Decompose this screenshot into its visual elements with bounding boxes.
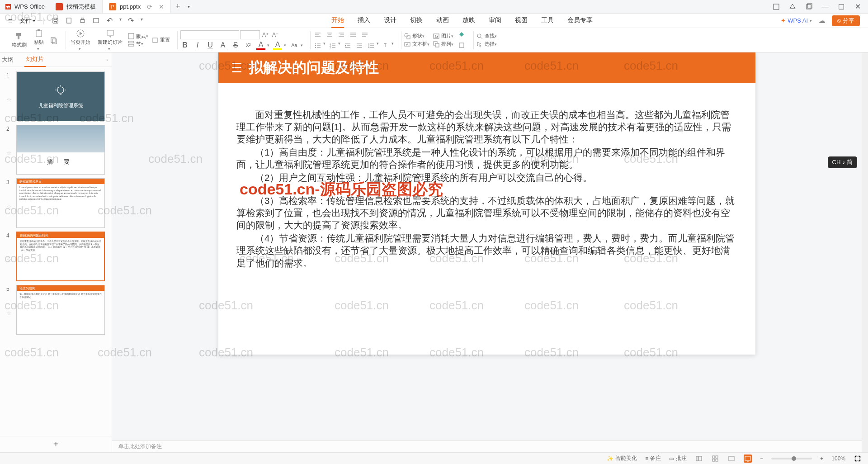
align-right-icon[interactable] bbox=[337, 30, 346, 39]
highlight-icon[interactable]: A bbox=[273, 41, 282, 50]
align-center-icon[interactable] bbox=[325, 30, 334, 39]
collapse-panel-icon[interactable]: ‹ bbox=[106, 56, 108, 63]
bold-icon[interactable]: B bbox=[180, 41, 189, 50]
tab-start[interactable]: 开始 bbox=[331, 14, 344, 28]
tab-slideshow[interactable]: 放映 bbox=[462, 14, 475, 28]
tab-design[interactable]: 设计 bbox=[384, 14, 396, 28]
maximize-button[interactable] bbox=[837, 3, 845, 11]
zoom-slider[interactable] bbox=[771, 458, 812, 459]
arrange-button[interactable]: 排列▾ bbox=[433, 41, 453, 47]
add-slide-button[interactable]: + bbox=[0, 436, 112, 452]
print-icon[interactable] bbox=[79, 17, 87, 25]
star-icon[interactable]: ☆ bbox=[6, 310, 12, 317]
tab-view[interactable]: 视图 bbox=[515, 14, 528, 28]
slide-canvas[interactable]: ☰ 拟解决的问题及特性 面对重复性机械性的工作，工作人员不可避免的会出现失误，而… bbox=[218, 52, 755, 355]
paste-button[interactable]: 粘贴▾ bbox=[32, 28, 46, 52]
italic-icon[interactable]: I bbox=[193, 41, 202, 50]
outline-icon[interactable] bbox=[457, 41, 466, 50]
view-normal-icon[interactable] bbox=[695, 455, 703, 463]
line-spacing-icon[interactable] bbox=[367, 41, 376, 50]
from-beginning-button[interactable]: 当页开始▾ bbox=[69, 28, 92, 52]
outline-tab[interactable]: 大纲 bbox=[0, 53, 15, 66]
view-reading-icon[interactable] bbox=[727, 455, 736, 463]
close-icon[interactable]: ✕ bbox=[159, 3, 164, 10]
thumbnail-5[interactable]: 论文的结构 第一章绪论 第二章相关技术 第三章系统分析 第四章系统设计 第五章系… bbox=[16, 285, 105, 335]
zoom-out-button[interactable]: − bbox=[760, 455, 763, 462]
tab-transition[interactable]: 切换 bbox=[410, 14, 423, 28]
window-icon-1[interactable] bbox=[772, 3, 780, 11]
minimize-button[interactable]: — bbox=[821, 3, 829, 11]
star-icon[interactable]: ☆ bbox=[6, 256, 12, 263]
window-icon-3[interactable] bbox=[805, 3, 813, 11]
comments-toggle[interactable]: ▭批注 bbox=[669, 455, 687, 462]
thumbnail-3[interactable]: 研究背景和意义 Lorem ipsum dolor sit amet conse… bbox=[16, 178, 105, 228]
select-button[interactable]: 选择▾ bbox=[476, 41, 497, 47]
picture-button[interactable]: 图片▾ bbox=[433, 33, 453, 39]
numbering-icon[interactable]: 123 bbox=[328, 41, 337, 50]
undo-dropdown[interactable]: ▾ bbox=[119, 17, 122, 25]
close-button[interactable]: ✕ bbox=[854, 3, 862, 11]
zoom-level[interactable]: 100% bbox=[831, 455, 845, 462]
tab-member[interactable]: 会员专享 bbox=[567, 14, 593, 28]
thumbnail-2[interactable]: 摘 要 bbox=[16, 125, 105, 175]
fill-icon[interactable] bbox=[457, 30, 466, 39]
view-sorter-icon[interactable] bbox=[711, 455, 719, 463]
font-size-select[interactable] bbox=[240, 30, 260, 39]
shape-button[interactable]: 形状▾ bbox=[404, 33, 429, 39]
text-direction-icon[interactable]: T bbox=[382, 41, 391, 50]
fit-window-icon[interactable] bbox=[854, 455, 862, 463]
font-color-icon[interactable]: A bbox=[256, 41, 265, 50]
align-left-icon[interactable] bbox=[313, 30, 322, 39]
menu-hamburger-icon[interactable]: ≡ bbox=[8, 17, 12, 24]
underline-icon[interactable]: U bbox=[206, 41, 215, 50]
shadow-icon[interactable]: A bbox=[218, 41, 227, 50]
redo-icon[interactable]: ↷ bbox=[127, 17, 135, 25]
section-button[interactable]: 节▾ bbox=[128, 41, 148, 47]
tab-template[interactable]: 找稻壳模板 bbox=[49, 0, 103, 13]
increase-indent-icon[interactable] bbox=[355, 41, 364, 50]
star-icon[interactable]: ☆ bbox=[6, 203, 12, 210]
superscript-icon[interactable]: X² bbox=[244, 41, 253, 50]
change-case-icon[interactable]: Aa bbox=[290, 41, 299, 50]
find-button[interactable]: 查找▾ bbox=[476, 33, 497, 39]
redo-dropdown[interactable]: ▾ bbox=[141, 17, 143, 25]
new-slide-button[interactable]: 新建幻灯片▾ bbox=[96, 28, 124, 52]
add-tab-button[interactable]: + bbox=[171, 0, 184, 13]
bullets-icon[interactable] bbox=[313, 41, 322, 50]
decrease-font-icon[interactable]: A⁻ bbox=[271, 30, 280, 39]
notes-pane[interactable]: 单击此处添加备注 bbox=[112, 440, 862, 452]
thumbnail-4[interactable]: 拟解决的问题及特性 面对重复性机械性的工作，工作人员不可避免的会出现失误，而改正… bbox=[16, 232, 105, 281]
thumbnail-1[interactable]: 儿童福利院管理系统 bbox=[16, 71, 105, 121]
smart-beautify-button[interactable]: ✨智能美化 bbox=[607, 455, 637, 462]
view-slideshow-icon[interactable] bbox=[744, 455, 752, 463]
font-family-select[interactable] bbox=[180, 30, 239, 39]
increase-font-icon[interactable]: A⁺ bbox=[261, 30, 270, 39]
copy-icon[interactable] bbox=[49, 36, 58, 45]
layout-button[interactable]: 版式▾ bbox=[128, 33, 148, 40]
cloud-icon[interactable]: ☁ bbox=[818, 16, 826, 25]
strikethrough-icon[interactable]: S bbox=[231, 41, 240, 50]
tab-list-dropdown[interactable]: ▾ bbox=[184, 0, 193, 13]
reset-button[interactable]: 重置 bbox=[152, 37, 170, 43]
decrease-indent-icon[interactable] bbox=[343, 41, 352, 50]
textbox-button[interactable]: A文本框▾ bbox=[404, 41, 429, 47]
vertical-scrollbar[interactable] bbox=[862, 52, 868, 452]
zoom-in-button[interactable]: + bbox=[820, 455, 823, 462]
share-button[interactable]: ⎋分享 bbox=[832, 15, 860, 26]
star-icon[interactable]: ☆ bbox=[6, 96, 12, 103]
undo-icon[interactable]: ↶ bbox=[106, 17, 114, 25]
slides-tab[interactable]: 幻灯片 bbox=[24, 52, 46, 67]
save-icon[interactable] bbox=[52, 17, 60, 25]
notes-toggle[interactable]: ≡备注 bbox=[645, 455, 661, 462]
export-icon[interactable] bbox=[92, 17, 100, 25]
wps-ai-button[interactable]: ✦WPS AI▾ bbox=[781, 17, 812, 24]
window-icon-2[interactable] bbox=[788, 3, 797, 11]
star-icon[interactable]: ☆ bbox=[6, 150, 12, 156]
reload-icon[interactable]: ⟳ bbox=[147, 3, 152, 10]
print-preview-icon[interactable] bbox=[65, 17, 73, 25]
tab-review[interactable]: 审阅 bbox=[489, 14, 501, 28]
file-menu[interactable]: 文件▾ bbox=[19, 17, 35, 25]
tab-document[interactable]: P ppt.pptx ⟳ ✕ bbox=[103, 0, 171, 13]
format-painter-button[interactable]: 格式刷 bbox=[10, 31, 28, 49]
tab-tools[interactable]: 工具 bbox=[541, 14, 554, 28]
